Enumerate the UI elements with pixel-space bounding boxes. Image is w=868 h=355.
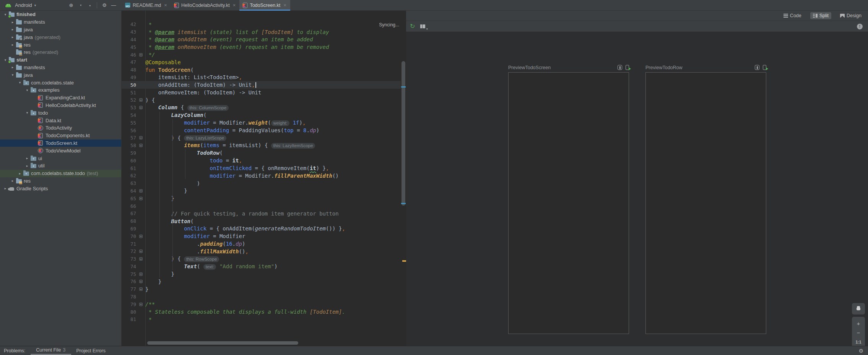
tree-item-todoactivity[interactable]: TodoActivity: [0, 124, 121, 132]
tree-item-manifests[interactable]: ▸manifests: [0, 18, 121, 26]
fold-icon[interactable]: [139, 257, 143, 261]
pan-tool-button[interactable]: [852, 303, 865, 314]
code-line-77[interactable]: 77}: [122, 285, 401, 293]
fold-marker[interactable]: [136, 280, 145, 283]
tree-item-com-codelabs-state-todo[interactable]: ▸com.codelabs.state.todo(test): [0, 170, 121, 177]
code-line-74[interactable]: 74 Text( text: "Add random item"): [122, 263, 401, 271]
status-tab-current-file[interactable]: Current File3: [31, 346, 71, 355]
run-on-device-icon[interactable]: [626, 65, 629, 70]
code-line-68[interactable]: 68 Button(: [122, 217, 401, 225]
zoom-out-button[interactable]: −: [857, 330, 860, 336]
tree-item-res[interactable]: ▸res: [0, 177, 121, 185]
fold-icon[interactable]: [139, 106, 143, 109]
scrollbar-thumb[interactable]: [401, 61, 405, 206]
code-line-80[interactable]: 80 * Stateless composable that displays …: [122, 308, 401, 316]
code-line-59[interactable]: 59 TodoRow(: [122, 149, 401, 157]
interactive-preview-icon[interactable]: [755, 65, 759, 70]
tree-item-todo[interactable]: ▾todo: [0, 109, 121, 117]
chevron-open-icon[interactable]: ▾: [17, 81, 23, 84]
refresh-preview-icon[interactable]: ↻: [410, 23, 415, 29]
fold-icon[interactable]: [139, 53, 143, 57]
fold-icon[interactable]: [139, 189, 143, 193]
chevron-open-icon[interactable]: ▾: [24, 88, 30, 92]
tree-item-java[interactable]: ▸java: [0, 26, 121, 34]
chevron-closed-icon[interactable]: ▸: [24, 156, 30, 160]
tab-HelloCodelabActivity.kt[interactable]: HelloCodelabActivity.kt×: [171, 0, 240, 10]
tree-item-ui[interactable]: ▸ui: [0, 154, 121, 162]
chevron-open-icon[interactable]: ▾: [10, 73, 16, 77]
tree-item-todoscreen-kt[interactable]: TodoScreen.kt: [0, 139, 121, 147]
fold-icon[interactable]: [139, 272, 143, 276]
code-line-65[interactable]: 65 }: [122, 195, 401, 202]
code-line-48[interactable]: 48fun TodoScreen(: [122, 66, 401, 74]
fold-icon[interactable]: [139, 287, 143, 291]
code-line-47[interactable]: 47@Composable: [122, 58, 401, 66]
code-line-71[interactable]: 71 .padding(16.dp): [122, 240, 401, 248]
chevron-closed-icon[interactable]: ▸: [10, 179, 16, 183]
tree-item-finished[interactable]: ▾finished: [0, 11, 121, 18]
run-on-device-icon[interactable]: [763, 65, 766, 70]
mode-tab-code[interactable]: Code: [781, 12, 804, 19]
fold-icon[interactable]: [139, 98, 143, 102]
scrollbar-thumb[interactable]: [147, 341, 298, 345]
zoom-in-button[interactable]: +: [857, 321, 860, 326]
chevron-open-icon[interactable]: ▾: [2, 58, 8, 62]
close-icon[interactable]: ×: [283, 2, 286, 8]
code-line-53[interactable]: 53 Column { this: ColumnScope: [122, 104, 401, 112]
code-line-44[interactable]: 44 * @param onAddItem (event) request an…: [122, 36, 401, 44]
close-icon[interactable]: ×: [233, 2, 236, 8]
fold-icon[interactable]: [139, 136, 143, 139]
code-line-81[interactable]: 81 *: [122, 316, 401, 323]
status-tab-project-errors[interactable]: Project Errors: [71, 346, 111, 355]
tree-item-res[interactable]: ▸res: [0, 41, 121, 49]
code-line-67[interactable]: 67 // For quick testing, a random item g…: [122, 210, 401, 217]
chevron-closed-icon[interactable]: ▸: [17, 172, 23, 175]
code-line-46[interactable]: 46 */: [122, 51, 401, 58]
fold-marker[interactable]: [136, 287, 145, 291]
fold-icon[interactable]: [139, 235, 143, 238]
code-editor[interactable]: 42 *43 * @param itemsList (state) list o…: [122, 11, 406, 346]
info-stripe-mark[interactable]: [401, 203, 406, 204]
code-line-72[interactable]: 72 .fillMaxWidth(),: [122, 248, 401, 255]
fold-marker[interactable]: [136, 144, 145, 147]
chevron-closed-icon[interactable]: ▸: [2, 186, 8, 190]
code-line-42[interactable]: 42 *: [122, 21, 401, 28]
code-line-63[interactable]: 63 ): [122, 180, 401, 187]
zoom-actual-button[interactable]: 1:1: [855, 339, 861, 345]
chevron-closed-icon[interactable]: ▸: [10, 43, 16, 47]
editor-vertical-scrollbar[interactable]: [401, 11, 406, 346]
code-line-58[interactable]: 58 items(items = itemsList) { this: Lazy…: [122, 142, 401, 149]
code-line-70[interactable]: 70 modifier = Modifier: [122, 232, 401, 240]
tree-item-todoviewmodel[interactable]: TodoViewModel: [0, 147, 121, 154]
project-view-selector[interactable]: Android: [15, 2, 32, 8]
fold-marker[interactable]: [136, 197, 145, 200]
interactive-preview-icon[interactable]: [618, 65, 622, 70]
code-line-76[interactable]: 76 }: [122, 278, 401, 285]
fold-marker[interactable]: [136, 235, 145, 238]
tab-README.md[interactable]: README.md×: [122, 0, 171, 10]
code-line-55[interactable]: 55 modifier = Modifier.weight(weight: 1f…: [122, 119, 401, 126]
panel-settings-icon[interactable]: ⚙: [101, 2, 108, 8]
tree-item-examples[interactable]: ▾examples: [0, 86, 121, 94]
tree-item-hellocodelabactivity-kt[interactable]: HelloCodelabActivity.kt: [0, 102, 121, 109]
tree-item-java[interactable]: ▾java: [0, 71, 121, 79]
mode-tab-design[interactable]: Design: [837, 12, 864, 19]
settings-gear-icon[interactable]: ⚙: [858, 346, 868, 355]
fold-icon[interactable]: [139, 197, 143, 200]
code-line-50[interactable]: 50 onAddItem: (TodoItem) -> Unit,: [122, 81, 401, 89]
tree-item-data-kt[interactable]: Data.kt: [0, 117, 121, 124]
code-line-66[interactable]: 66: [122, 202, 401, 210]
fold-icon[interactable]: [139, 303, 143, 306]
fold-marker[interactable]: [136, 303, 145, 306]
chevron-closed-icon[interactable]: ▸: [10, 20, 16, 24]
fold-marker[interactable]: [136, 189, 145, 193]
tree-item-expandingcard-kt[interactable]: ExpandingCard.kt: [0, 94, 121, 102]
chevron-closed-icon[interactable]: ▸: [24, 164, 30, 168]
code-line-51[interactable]: 51 onRemoveItem: (TodoItem) -> Unit: [122, 89, 401, 96]
code-line-79[interactable]: 79/**: [122, 300, 401, 308]
code-line-73[interactable]: 73 ) { this: RowScope: [122, 255, 401, 263]
chevron-open-icon[interactable]: ▾: [2, 13, 8, 16]
close-icon[interactable]: ×: [164, 2, 167, 8]
code-line-56[interactable]: 56 contentPadding = PaddingValues(top = …: [122, 126, 401, 134]
chevron-closed-icon[interactable]: ▸: [10, 35, 16, 39]
